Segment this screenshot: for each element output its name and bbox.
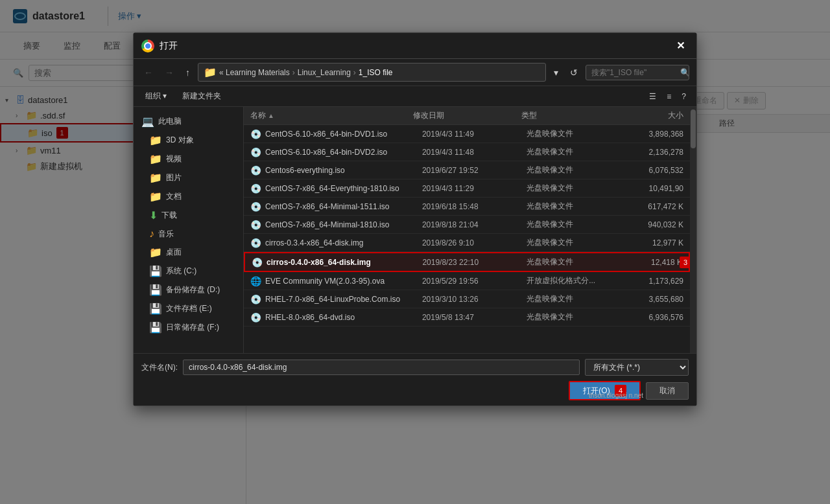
file-row-9[interactable]: 💿 RHEL-7.0-x86_64-LinuxProbe.Com.iso 201… bbox=[244, 290, 690, 308]
dialog-close-button[interactable]: ✕ bbox=[672, 38, 689, 53]
drive-d-icon: 💾 bbox=[149, 284, 162, 296]
iso-icon-1: 💿 bbox=[250, 147, 261, 157]
iso-icon-10: 💿 bbox=[250, 312, 261, 323]
nav-up-button[interactable]: ↑ bbox=[182, 66, 194, 79]
file-row-2[interactable]: 💿 Centos6-everything.iso 2019/6/27 19:52… bbox=[244, 161, 690, 179]
bc-learning[interactable]: « Learning Materials bbox=[219, 68, 290, 77]
video-folder-icon: 📁 bbox=[149, 153, 162, 165]
nav-refresh-button[interactable]: ↺ bbox=[566, 66, 582, 79]
organize-button[interactable]: 组织 ▾ bbox=[140, 89, 172, 104]
dialog-title: 打开 bbox=[160, 40, 667, 52]
file-row-10[interactable]: 💿 RHEL-8.0-x86_64-dvd.iso 2019/5/8 13:47… bbox=[244, 308, 690, 326]
nav-videos[interactable]: 📁 视频 bbox=[134, 150, 243, 168]
nav-forward-button[interactable]: → bbox=[161, 66, 178, 79]
dialog-footer: 文件名(N): 所有文件 (*.*) 打开(O) 4 取消 thson.blog… bbox=[134, 353, 696, 406]
scrollbar[interactable] bbox=[690, 107, 696, 353]
file-row-4[interactable]: 💿 CentOS-7-x86_64-Minimal-1511.iso 2019/… bbox=[244, 198, 690, 216]
nav-documents[interactable]: 📁 文档 bbox=[134, 187, 243, 206]
file-row-1[interactable]: 💿 CentOS-6.10-x86_64-bin-DVD2.iso 2019/4… bbox=[244, 143, 690, 161]
col-sort-icon: ▲ bbox=[268, 112, 274, 119]
nav-music[interactable]: ♪ 音乐 bbox=[134, 225, 243, 243]
file-row-5[interactable]: 💿 CentOS-7-x86_64-Minimal-1810.iso 2019/… bbox=[244, 216, 690, 234]
nav-desktop[interactable]: 📁 桌面 bbox=[134, 243, 243, 262]
dialog-search-icon: 🔍 bbox=[680, 68, 690, 77]
file-row-6[interactable]: 💿 cirros-0.3.4-x86_64-disk.img 2019/8/26… bbox=[244, 234, 690, 252]
view-help-button[interactable]: ? bbox=[678, 90, 690, 103]
music-icon: ♪ bbox=[149, 228, 154, 240]
dialog-left-nav: 💻 此电脑 📁 3D 对象 📁 视频 📁 图片 📁 文档 bbox=[134, 107, 244, 353]
3d-folder-icon: 📁 bbox=[149, 134, 162, 146]
view-details-button[interactable]: ≡ bbox=[663, 90, 675, 103]
bc-sep2: › bbox=[353, 68, 356, 77]
iso-icon-9: 💿 bbox=[250, 294, 261, 304]
nav-downloads[interactable]: ⬇ 下载 bbox=[134, 206, 243, 225]
dialog-file-header: 名称 ▲ 修改日期 类型 大小 bbox=[244, 107, 690, 125]
dialog-cancel-button[interactable]: 取消 bbox=[646, 382, 689, 400]
nav-back-button[interactable]: ← bbox=[140, 66, 157, 79]
filename-label: 文件名(N): bbox=[141, 362, 178, 373]
nav-drive-e[interactable]: 💾 文件存档 (E:) bbox=[134, 299, 243, 318]
nav-drive-c[interactable]: 💾 系统 (C:) bbox=[134, 262, 243, 281]
iso-icon-2: 💿 bbox=[250, 165, 261, 176]
dcol-type-header[interactable]: 类型 bbox=[521, 110, 630, 121]
dialog-right-panel: 名称 ▲ 修改日期 类型 大小 💿 bbox=[244, 107, 690, 353]
picture-folder-icon: 📁 bbox=[149, 172, 162, 184]
dialog-toolbar: 组织 ▾ 新建文件夹 ☰ ≡ ? bbox=[134, 86, 696, 107]
iso-icon-5: 💿 bbox=[250, 220, 261, 230]
iso-icon-0: 💿 bbox=[250, 129, 261, 139]
bc-folder-icon: 📁 bbox=[204, 66, 217, 78]
filename-input[interactable] bbox=[183, 360, 580, 375]
nav-pictures[interactable]: 📁 图片 bbox=[134, 168, 243, 187]
filetype-select[interactable]: 所有文件 (*.*) bbox=[585, 359, 689, 376]
file-row-3[interactable]: 💿 CentOS-7-x86_64-Everything-1810.iso 20… bbox=[244, 179, 690, 198]
nav-dropdown-button[interactable]: ▾ bbox=[550, 66, 562, 79]
bc-sep1: › bbox=[292, 68, 295, 77]
dcol-date-header[interactable]: 修改日期 bbox=[413, 110, 521, 121]
watermark: thson.blogasj n.net bbox=[589, 392, 643, 399]
dialog-titlebar: 打开 ✕ bbox=[134, 33, 696, 59]
nav-drive-f[interactable]: 💾 日常储存盘 (F:) bbox=[134, 318, 243, 337]
nav-this-pc[interactable]: 💻 此电脑 bbox=[134, 112, 243, 131]
file-row-7[interactable]: 💿 cirros-0.4.0-x86_64-disk.img 2019/8/23… bbox=[244, 252, 690, 272]
iso-icon-6: 💿 bbox=[250, 238, 261, 248]
pc-icon: 💻 bbox=[141, 115, 154, 128]
bc-iso[interactable]: 1_ISO file bbox=[359, 68, 393, 77]
dcol-size-header[interactable]: 大小 bbox=[630, 110, 684, 121]
view-list-button[interactable]: ☰ bbox=[645, 90, 660, 103]
chrome-icon bbox=[141, 40, 154, 52]
step3-badge: 3 bbox=[680, 257, 690, 268]
action-buttons-row: 打开(O) 4 取消 thson.blogasj n.net bbox=[141, 381, 689, 400]
iso-icon-4: 💿 bbox=[250, 201, 261, 212]
dialog-search-input[interactable] bbox=[586, 65, 689, 80]
ova-icon-8: 🌐 bbox=[250, 276, 261, 286]
scrollbar-thumb bbox=[691, 109, 696, 148]
dcol-name-header[interactable]: 名称 ▲ bbox=[250, 110, 413, 121]
dialog-navbar: ← → ↑ 📁 « Learning Materials › Linux_Lea… bbox=[134, 59, 696, 86]
nav-drive-d[interactable]: 💾 备份储存盘 (D:) bbox=[134, 281, 243, 299]
breadcrumb-bar: 📁 « Learning Materials › Linux_Learning … bbox=[198, 63, 546, 82]
bc-linux[interactable]: Linux_Learning bbox=[298, 68, 351, 77]
dialog-overlay: 打开 ✕ ← → ↑ 📁 « Learning Materials › Linu… bbox=[0, 0, 830, 504]
filename-row: 文件名(N): 所有文件 (*.*) bbox=[141, 359, 689, 376]
open-dialog: 打开 ✕ ← → ↑ 📁 « Learning Materials › Linu… bbox=[133, 32, 697, 406]
iso-icon-3: 💿 bbox=[250, 183, 261, 194]
file-row-0[interactable]: 💿 CentOS-6.10-x86_64-bin-DVD1.iso 2019/4… bbox=[244, 125, 690, 143]
drive-c-icon: 💾 bbox=[149, 265, 162, 277]
desktop-folder-icon: 📁 bbox=[149, 246, 162, 258]
dialog-new-folder-button[interactable]: 新建文件夹 bbox=[177, 89, 226, 104]
view-buttons: ☰ ≡ ? bbox=[645, 90, 690, 103]
iso-icon-7: 💿 bbox=[252, 257, 263, 268]
drive-e-icon: 💾 bbox=[149, 303, 162, 315]
download-folder-icon: ⬇ bbox=[149, 209, 158, 222]
doc-folder-icon: 📁 bbox=[149, 190, 162, 203]
file-row-8[interactable]: 🌐 EVE Community VM(2.0.3-95).ova 2019/5/… bbox=[244, 272, 690, 290]
dialog-file-list: 💿 CentOS-6.10-x86_64-bin-DVD1.iso 2019/4… bbox=[244, 125, 690, 353]
dialog-body: 💻 此电脑 📁 3D 对象 📁 视频 📁 图片 📁 文档 bbox=[134, 107, 696, 353]
drive-f-icon: 💾 bbox=[149, 321, 162, 334]
nav-3d-objects[interactable]: 📁 3D 对象 bbox=[134, 131, 243, 150]
